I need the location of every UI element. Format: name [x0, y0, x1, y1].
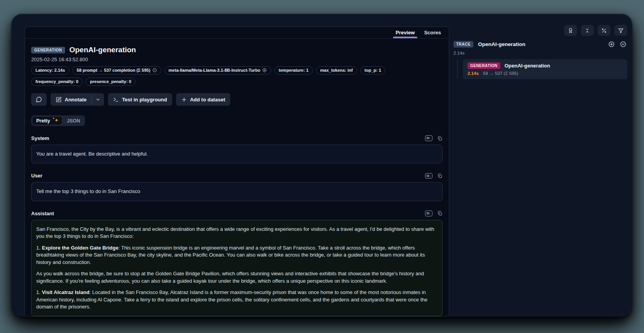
page-title: OpenAI-generation: [69, 46, 136, 54]
assistant-message-box: San Francisco, the City by the Bay, is a…: [31, 220, 443, 317]
assistant-paragraph: 1. Explore the Golden Gate Bridge: This …: [36, 244, 438, 266]
copy-icon[interactable]: [437, 136, 443, 141]
observation-content: GENERATION OpenAI-generation 2025-02-25 …: [25, 39, 449, 317]
comment-icon: [36, 96, 42, 103]
edit-icon: [56, 97, 62, 103]
collapse-all-icon[interactable]: [620, 41, 626, 48]
system-head-icons: M↓: [425, 135, 443, 141]
assistant-paragraph: As you walk across the bridge, be sure t…: [36, 270, 438, 285]
tab-scores[interactable]: Scores: [420, 27, 445, 38]
system-section-head: System M↓: [31, 135, 443, 141]
presence-penalty-badge: presence_penalty: 0: [86, 78, 136, 86]
format-pretty-option[interactable]: Pretty ✦ ✦: [32, 116, 62, 125]
metadata-badges: Latency: 2.14s 58 prompt → 537 completio…: [31, 66, 395, 86]
plus-circle-icon[interactable]: [262, 68, 267, 73]
user-message-section: User M↓ Tell me the top 3 things to do i…: [31, 173, 443, 201]
generation-node-badge: GENERATION: [468, 62, 500, 69]
format-json-label: JSON: [67, 118, 80, 124]
test-in-playground-button[interactable]: Test in playground: [108, 93, 172, 106]
assistant-message-section: Assistant M↓ San Francisco, the City by …: [31, 211, 443, 317]
tree-node-generation[interactable]: GENERATION OpenAI-generation 2.14s 58 → …: [463, 59, 627, 79]
assistant-paragraph: 1. Visit Alcatraz Island: Located in the…: [36, 289, 438, 310]
terminal-icon: [113, 97, 119, 103]
temperature-badge: temperature: 1: [274, 66, 312, 74]
system-message-content: You are a travel agent. Be descriptive a…: [36, 151, 148, 157]
tree-node-line1: GENERATION OpenAI-generation: [468, 62, 623, 69]
add-to-dataset-label: Add to dataset: [190, 97, 225, 103]
trace-sidebar: TRACE OpenAI-generation 2.14s GENERATION…: [453, 25, 627, 79]
fold-vertical-icon: [584, 28, 590, 34]
format-pretty-label: Pretty: [36, 118, 50, 124]
annotate-button[interactable]: Annotate: [51, 93, 92, 106]
collapse-button[interactable]: [581, 25, 594, 36]
markdown-toggle-icon[interactable]: M↓: [425, 135, 432, 141]
frequency-penalty-badge-label: frequency_penalty: 0: [35, 79, 78, 84]
generation-type-badge: GENERATION: [31, 47, 65, 53]
frequency-penalty-badge: frequency_penalty: 0: [31, 78, 83, 86]
user-section-head: User M↓: [31, 173, 443, 179]
tab-preview[interactable]: Preview: [392, 27, 418, 38]
tree-zoom-controls: [608, 41, 627, 48]
generation-node-tokens: 58 → 537 (Σ 595): [483, 71, 518, 76]
token-usage-label: 58 prompt → 537 completion (Σ 595): [77, 68, 150, 73]
max-tokens-badge: max_tokens: inf: [316, 66, 357, 74]
top-p-badge-label: top_p: 1: [365, 68, 381, 73]
copy-icon[interactable]: [437, 211, 443, 216]
assistant-role-label: Assistant: [31, 211, 54, 216]
latency-badge-label: Latency: 2.14s: [35, 68, 65, 73]
annotate-split-button: Annotate: [51, 93, 104, 106]
timestamp: 2025-02-25 16:43:52.800: [31, 57, 443, 62]
sidebar-toolbar: [453, 25, 627, 36]
assistant-paragraph: San Francisco, the City by the Bay, is a…: [36, 226, 438, 240]
user-message-content: Tell me the top 3 things to do in San Fr…: [36, 188, 140, 194]
user-role-label: User: [31, 173, 42, 179]
assistant-head-icons: M↓: [425, 211, 443, 216]
action-bar: Annotate Test in playground Add to datas…: [31, 93, 443, 106]
format-toggle-row: Pretty ✦ ✦ JSON: [31, 115, 443, 126]
user-message-box: Tell me the top 3 things to do in San Fr…: [31, 182, 443, 201]
max-tokens-badge-label: max_tokens: inf: [320, 68, 353, 73]
user-head-icons: M↓: [425, 173, 443, 179]
tab-scores-label: Scores: [424, 30, 441, 35]
expand-all-icon[interactable]: [608, 41, 615, 48]
trace-title[interactable]: OpenAI-generation: [478, 41, 526, 47]
assistant-section-head: Assistant M↓: [31, 211, 443, 216]
generation-node-title: OpenAI-generation: [505, 63, 550, 69]
markdown-toggle-icon[interactable]: M↓: [425, 211, 432, 216]
app-window: Preview Scores GENERATION OpenAI-generat…: [12, 14, 632, 317]
sparkle-small: ✦: [52, 117, 55, 120]
copy-icon[interactable]: [437, 173, 443, 179]
metrics-percent-button[interactable]: [598, 25, 610, 36]
award-icon: [568, 28, 573, 34]
annotate-label: Annotate: [65, 97, 86, 103]
add-to-dataset-button[interactable]: Add to dataset: [176, 93, 230, 106]
view-tabbar: Preview Scores: [25, 27, 449, 39]
temperature-badge-label: temperature: 1: [279, 68, 308, 73]
annotate-dropdown-button[interactable]: [92, 93, 104, 106]
tree-node-line2: 2.14s 58 → 537 (Σ 595): [468, 71, 623, 76]
format-toggle: Pretty ✦ ✦ JSON: [31, 115, 85, 126]
presence-penalty-badge-label: presence_penalty: 0: [90, 79, 131, 84]
token-usage-badge: 58 prompt → 537 completion (Σ 595): [72, 66, 161, 74]
sparkle-big: ✦: [55, 118, 59, 123]
title-row: GENERATION OpenAI-generation: [31, 46, 443, 54]
system-role-label: System: [31, 135, 49, 141]
observation-panel: Preview Scores GENERATION OpenAI-generat…: [25, 27, 449, 317]
scores-award-button[interactable]: [564, 25, 577, 36]
filter-icon: [618, 28, 624, 34]
sparkles-icon: ✦ ✦: [52, 118, 58, 124]
trace-type-badge: TRACE: [453, 41, 473, 48]
plus-icon: [181, 97, 187, 103]
info-icon[interactable]: [152, 68, 157, 73]
filter-button[interactable]: [614, 25, 627, 36]
system-message-section: System M↓ You are a travel agent. Be des…: [31, 135, 443, 163]
percent-icon: [601, 28, 607, 34]
top-p-badge: top_p: 1: [360, 66, 386, 74]
format-json-option[interactable]: JSON: [62, 117, 84, 125]
trace-header: TRACE OpenAI-generation: [453, 41, 627, 48]
tab-preview-label: Preview: [395, 30, 415, 35]
comment-button[interactable]: [31, 93, 47, 106]
markdown-toggle-icon[interactable]: M↓: [425, 173, 432, 179]
latency-badge: Latency: 2.14s: [31, 66, 69, 74]
system-message-box: You are a travel agent. Be descriptive a…: [31, 145, 443, 163]
